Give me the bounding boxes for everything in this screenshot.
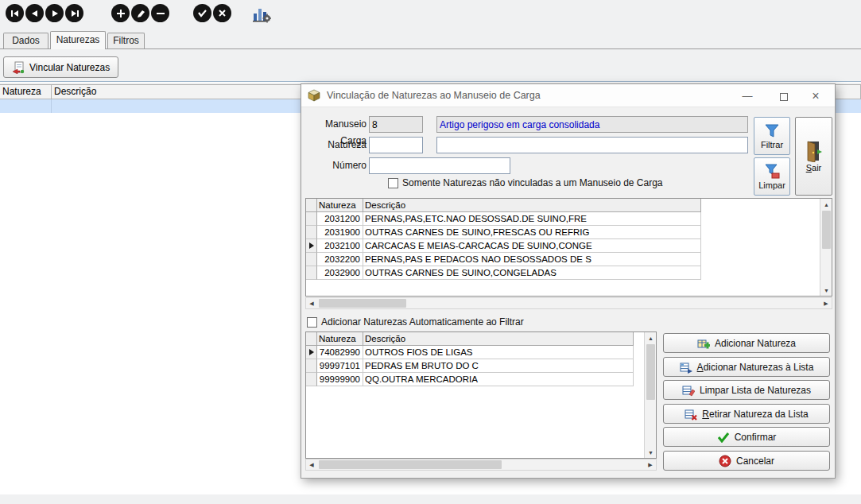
- horizontal-divider: [0, 81, 861, 83]
- scroll-right-button[interactable]: ▶: [820, 298, 832, 308]
- scroll-up-button[interactable]: ▲: [645, 332, 657, 343]
- adicionar-automaticamente-checkbox[interactable]: [307, 317, 317, 328]
- limpar-button[interactable]: Limpar: [754, 157, 790, 196]
- first-record-button[interactable]: [6, 4, 24, 22]
- table-row[interactable]: 2032900 OUTRAS CARNES DE SUINO,CONGELADA…: [306, 266, 701, 280]
- limpar-lista-icon: [682, 384, 695, 397]
- application-window: Dados Naturezas Filtros Vincular Naturez…: [0, 0, 861, 504]
- scroll-up-button[interactable]: ▲: [820, 199, 832, 210]
- scroll-left-button[interactable]: ◀: [306, 459, 317, 470]
- cancelar-x-icon: [719, 455, 731, 467]
- adicionar-natureza-button[interactable]: Adicionar Natureza: [663, 333, 830, 353]
- scroll-down-button[interactable]: ▼: [645, 447, 657, 458]
- previous-record-button[interactable]: [25, 4, 44, 22]
- retirar-natureza-lista-button[interactable]: Retirar Natureza da Lista: [663, 404, 830, 424]
- close-button[interactable]: ×: [805, 84, 827, 107]
- numero-label: Número: [303, 157, 367, 174]
- manuseio-carga-desc-field: [436, 116, 748, 133]
- row-selector-icon: [309, 242, 314, 249]
- delete-record-button[interactable]: [151, 4, 169, 22]
- grid1-header: Natureza Descrição: [306, 199, 701, 212]
- maximize-button[interactable]: [773, 84, 795, 107]
- sair-button[interactable]: Sair: [795, 117, 832, 196]
- limpar-lista-naturezas-button[interactable]: Limpar Lista de Naturezas: [663, 380, 830, 400]
- table-row-selected[interactable]: 74082990 OUTROS FIOS DE LIGAS: [306, 346, 634, 359]
- scroll-left-button[interactable]: ◀: [306, 298, 317, 308]
- table-row[interactable]: 2032200 PERNAS,PAS E PEDACOS NAO DESOSSA…: [306, 253, 701, 266]
- filtrar-label: Filtrar: [761, 140, 783, 149]
- adicionar-naturezas-lista-icon: [680, 361, 692, 374]
- add-record-button[interactable]: [111, 4, 130, 22]
- natureza-desc-input[interactable]: [436, 137, 748, 153]
- next-record-button[interactable]: [45, 4, 64, 22]
- dialog-title: Vinculação de Naturezas ao Manuseio de C…: [327, 84, 541, 107]
- limpar-label: Limpar: [758, 180, 785, 190]
- filtrar-funnel-icon: [764, 123, 780, 139]
- grid2-vertical-scrollbar[interactable]: ▲ ▼: [644, 332, 656, 458]
- adicionar-naturezas-lista-button[interactable]: Adicionar Naturezas à Lista: [663, 357, 830, 377]
- table-row[interactable]: 99999900 QQ.OUTRA MERCADORIA: [306, 373, 634, 386]
- confirm-check-icon: [197, 9, 207, 17]
- naturezas-filter-grid[interactable]: Natureza Descrição 2031200 PERNAS,PAS,ET…: [305, 198, 832, 297]
- last-record-button[interactable]: [65, 4, 83, 22]
- maximize-icon: [780, 93, 788, 101]
- confirm-record-button[interactable]: [193, 4, 211, 22]
- tab-naturezas[interactable]: Naturezas: [50, 31, 106, 49]
- naturezas-selected-grid[interactable]: Natureza Descrição 74082990 OUTROS FIOS …: [305, 331, 657, 459]
- next-icon: [50, 10, 60, 17]
- delete-icon: [156, 9, 165, 18]
- limpar-funnel-icon: [764, 164, 780, 180]
- grid2-header: Natureza Descrição: [306, 332, 634, 346]
- confirmar-button[interactable]: Confirmar: [663, 427, 830, 447]
- table-row[interactable]: 99997101 PEDRAS EM BRUTO DO C: [306, 359, 634, 373]
- scrollbar-thumb[interactable]: [319, 460, 502, 469]
- vincular-naturezas-icon: [12, 61, 25, 74]
- grid1-horizontal-scrollbar[interactable]: ◀ ▶: [305, 297, 832, 309]
- table-row-selected[interactable]: 2032100 CARCACAS E MEIAS-CARCACAS DE SUI…: [306, 239, 701, 253]
- natureza-code-input[interactable]: [369, 137, 423, 153]
- manuseio-carga-code-field: [369, 116, 423, 133]
- scrollbar-thumb[interactable]: [646, 344, 655, 400]
- vincular-naturezas-label: Vincular Naturezas: [29, 62, 110, 73]
- grid1-col-descricao: Descrição: [363, 199, 701, 212]
- somente-nao-vinculadas-checkbox[interactable]: [388, 178, 398, 188]
- first-icon: [10, 10, 20, 17]
- chart-settings-button[interactable]: [251, 3, 272, 24]
- tab-strip-line: [0, 48, 861, 49]
- edit-pencil-icon: [136, 9, 145, 18]
- sair-door-icon: [804, 140, 824, 162]
- adicionar-automaticamente-label: Adicionar Naturezas Automaticamente ao F…: [321, 316, 524, 328]
- somente-nao-vinculadas-label: Somente Naturezas não vinculadas a um Ma…: [402, 177, 663, 189]
- edit-record-button[interactable]: [131, 4, 149, 22]
- filtrar-button[interactable]: Filtrar: [754, 117, 790, 155]
- add-icon: [116, 9, 126, 18]
- minimize-button[interactable]: —: [736, 84, 758, 107]
- scrollbar-thumb[interactable]: [822, 211, 831, 249]
- scrollbar-thumb[interactable]: [319, 299, 406, 308]
- chart-settings-icon: [252, 4, 271, 23]
- adicionar-natureza-icon: [697, 337, 710, 350]
- grid1-col-natureza: Natureza: [317, 199, 363, 212]
- grid2-horizontal-scrollbar[interactable]: ◀ ▶: [305, 459, 657, 471]
- scroll-down-button[interactable]: ▼: [820, 285, 832, 296]
- table-row[interactable]: 2031200 PERNAS,PAS,ETC.NAO DESOSSAD.DE S…: [306, 212, 701, 226]
- grid2-col-descricao: Descrição: [363, 332, 634, 346]
- tab-dados[interactable]: Dados: [3, 33, 48, 48]
- vincular-naturezas-button[interactable]: Vincular Naturezas: [3, 56, 118, 78]
- dialog-title-bar[interactable]: Vinculação de Naturezas ao Manuseio de C…: [301, 84, 835, 107]
- grid2-col-natureza: Natureza: [317, 332, 363, 346]
- grid1-vertical-scrollbar[interactable]: ▲ ▼: [820, 199, 832, 296]
- natureza-label: Natureza: [303, 137, 367, 153]
- confirmar-check-icon: [717, 432, 730, 443]
- scroll-right-button[interactable]: ▶: [645, 459, 656, 470]
- numero-input[interactable]: [369, 157, 510, 174]
- table-row[interactable]: 2031900 OUTRAS CARNES DE SUINO,FRESCAS O…: [306, 226, 701, 239]
- main-col-natureza: Natureza: [0, 85, 52, 99]
- cancel-record-button[interactable]: [213, 4, 231, 22]
- row-selector-icon: [309, 349, 314, 355]
- tab-filtros[interactable]: Filtros: [107, 33, 145, 48]
- last-icon: [70, 10, 80, 17]
- cancel-x-icon: [218, 9, 227, 17]
- cancelar-button[interactable]: Cancelar: [663, 451, 830, 471]
- previous-icon: [30, 10, 40, 17]
